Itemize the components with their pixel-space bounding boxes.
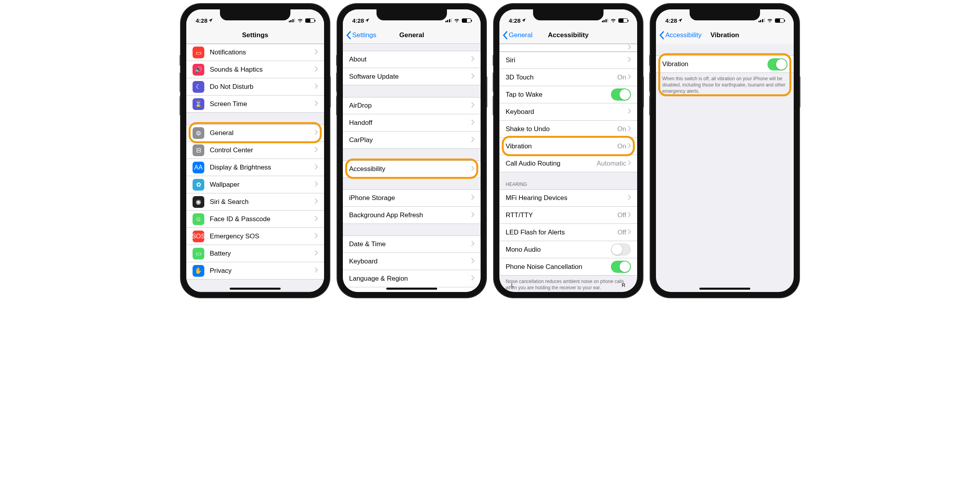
chevron-right-icon [471,119,474,127]
settings-row-background-app-refresh[interactable]: Background App Refresh [343,207,481,224]
row-label: About [349,56,471,63]
screenTime-icon: ⌛ [193,98,204,110]
settings-row-privacy[interactable]: ✋Privacy [186,262,324,279]
settings-row-keyboard[interactable]: Keyboard [499,103,637,121]
nav-bar: General Accessibility [499,27,637,44]
home-indicator[interactable] [699,288,750,290]
settings-row-date-time[interactable]: Date & Time [343,236,481,253]
chevron-right-icon [628,229,631,236]
row-detail: On [617,74,626,81]
sounds-icon: 🔊 [193,64,204,76]
settings-row-battery[interactable]: ▭Battery [186,245,324,262]
settings-row-partial[interactable] [499,44,637,52]
settings-row-vibration[interactable]: Vibration [656,56,794,73]
settings-row-about[interactable]: About [343,51,481,68]
page-title: Vibration [710,31,739,39]
battery-icon: ▭ [193,248,204,260]
row-label: MFi Hearing Devices [506,194,628,202]
settings-row-emergency-sos[interactable]: SOSEmergency SOS [186,228,324,245]
settings-row-siri[interactable]: Siri [499,52,637,69]
settings-row-itunes-app-store[interactable]: ⒶiTunes & App Store [186,291,324,292]
row-label: Dictionary [349,292,471,292]
chevron-right-icon [315,83,318,91]
page-title: General [399,31,424,39]
settings-row-3d-touch[interactable]: 3D TouchOn [499,69,637,86]
settings-row-keyboard[interactable]: Keyboard [343,253,481,270]
back-button[interactable]: Accessibility [659,31,702,40]
settings-row-face-id-passcode[interactable]: ☺Face ID & Passcode [186,211,324,228]
settings-row-sounds-haptics[interactable]: 🔊Sounds & Haptics [186,61,324,78]
chevron-right-icon [315,66,318,74]
row-label: RTT/TTY [506,211,618,219]
settings-row-phone-noise-cancellation[interactable]: Phone Noise Cancellation [499,258,637,276]
toggle-switch[interactable] [611,88,631,101]
privacy-icon: ✋ [193,265,204,277]
row-label: 3D Touch [506,74,617,81]
settings-row-screen-time[interactable]: ⌛Screen Time [186,96,324,113]
dnd-icon: ☾ [193,81,204,93]
settings-row-wallpaper[interactable]: ✿Wallpaper [186,176,324,193]
settings-row-carplay[interactable]: CarPlay [343,132,481,149]
row-label: Sounds & Haptics [210,66,315,74]
settings-row-general[interactable]: ⚙General [186,124,324,142]
notch [690,9,760,20]
settings-row-notifications[interactable]: ▭Notifications [186,44,324,61]
sos-icon: SOS [193,231,204,242]
row-detail: Automatic [596,160,626,168]
nav-bar: Settings General [343,27,481,44]
chevron-right-icon [628,56,631,64]
nav-bar: Settings [186,27,324,44]
settings-row-rtt-tty[interactable]: RTT/TTYOff [499,207,637,224]
settings-row-do-not-disturb[interactable]: ☾Do Not Disturb [186,78,324,96]
settings-row-iphone-storage[interactable]: iPhone Storage [343,189,481,207]
notch [533,9,603,20]
settings-row-led-flash-for-alerts[interactable]: LED Flash for AlertsOff [499,224,637,241]
settings-row-software-update[interactable]: Software Update [343,68,481,85]
row-label: Screen Time [210,100,315,108]
settings-row-shake-to-undo[interactable]: Shake to UndoOn [499,121,637,138]
settings-row-control-center[interactable]: ⊟Control Center [186,142,324,159]
settings-row-tap-to-wake[interactable]: Tap to Wake [499,86,637,103]
chevron-right-icon [315,267,318,275]
chevron-right-icon [315,49,318,56]
settings-row-language-region[interactable]: Language & Region [343,270,481,287]
settings-row-accessibility[interactable]: Accessibility [343,160,481,178]
row-label: Privacy [210,267,315,275]
chevron-right-icon [315,198,318,206]
settings-row-handoff[interactable]: Handoff [343,114,481,132]
settings-row-mono-audio[interactable]: Mono Audio [499,241,637,258]
back-button[interactable]: General [503,31,532,40]
row-label: Keyboard [506,108,628,116]
home-indicator[interactable] [386,288,437,290]
row-label: Face ID & Passcode [210,215,315,223]
chevron-right-icon [315,215,318,223]
row-label: Siri & Search [210,198,315,206]
toggle-switch[interactable] [611,243,631,256]
home-indicator[interactable] [230,288,281,290]
chevron-right-icon [315,164,318,171]
back-button[interactable]: Settings [346,31,376,40]
settings-row-siri-search[interactable]: ◉Siri & Search [186,193,324,211]
settings-row-display-brightness[interactable]: AADisplay & Brightness [186,159,324,176]
row-label: Emergency SOS [210,232,315,240]
settings-row-mfi-hearing-devices[interactable]: MFi Hearing Devices [499,189,637,207]
toggle-switch[interactable] [611,261,631,273]
toggle-switch[interactable] [767,58,787,70]
row-label: Date & Time [349,240,471,248]
page-title: Accessibility [548,31,589,39]
notch [377,9,447,20]
chevron-right-icon [471,292,474,292]
row-detail: On [617,125,626,133]
row-detail: Off [618,229,626,236]
row-label: Handoff [349,119,471,127]
phone-frame-2: 4:28 Settings General AboutSoftware Upda… [337,4,486,297]
wallpaper-icon: ✿ [193,179,204,191]
controlCenter-icon: ⊟ [193,144,204,156]
settings-row-airdrop[interactable]: AirDrop [343,97,481,114]
row-detail: Off [618,211,626,219]
settings-row-vibration[interactable]: VibrationOn [499,138,637,155]
settings-row-call-audio-routing[interactable]: Call Audio RoutingAutomatic [499,155,637,172]
siri-icon: ◉ [193,196,204,208]
phone-frame-4: 4:28 Accessibility Vibration VibrationWh… [650,4,799,297]
row-label: General [210,129,315,137]
